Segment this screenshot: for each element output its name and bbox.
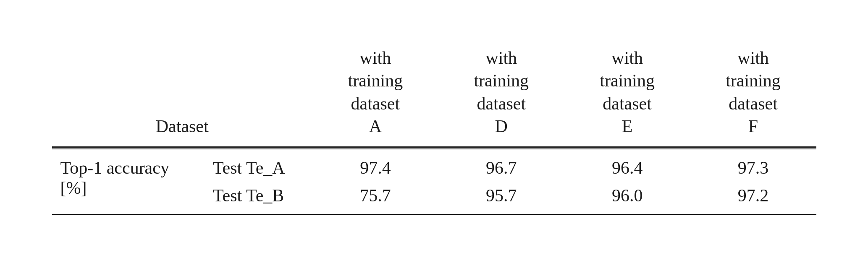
col-d-header: with training dataset D	[438, 42, 564, 147]
sub-label-teb: Test Te_B	[205, 184, 312, 214]
value-tea-f: 97.3	[690, 149, 816, 184]
col-e-header: with training dataset E	[564, 42, 690, 147]
sub-label-tea: Test Te_A	[205, 149, 312, 184]
value-teb-a: 75.7	[312, 184, 438, 214]
value-teb-e: 96.0	[564, 184, 690, 214]
col-a-header: with training dataset A	[312, 42, 438, 147]
value-tea-a: 97.4	[312, 149, 438, 184]
results-table: Dataset with training dataset A with tra…	[52, 42, 816, 216]
value-tea-d: 96.7	[438, 149, 564, 184]
value-tea-e: 96.4	[564, 149, 690, 184]
metric-label: Top-1 accuracy [%]	[52, 149, 205, 214]
value-teb-f: 97.2	[690, 184, 816, 214]
table-row: Top-1 accuracy [%] Test Te_A 97.4 96.7 9…	[52, 149, 816, 184]
value-teb-d: 95.7	[438, 184, 564, 214]
table-container: Dataset with training dataset A with tra…	[35, 34, 833, 224]
bottom-border-row	[52, 214, 816, 216]
dataset-header: Dataset	[52, 42, 312, 147]
col-f-header: with training dataset F	[690, 42, 816, 147]
